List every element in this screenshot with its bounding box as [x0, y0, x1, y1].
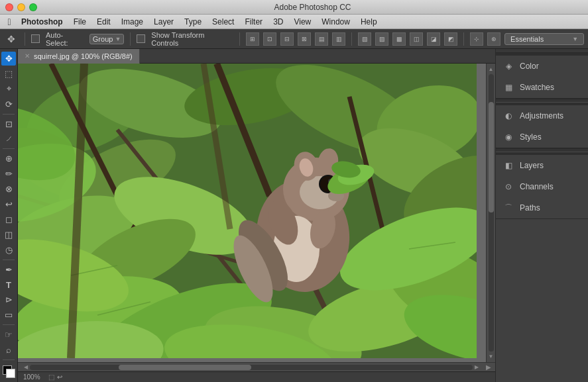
panel-item-swatches[interactable]: ▦ Swatches	[496, 77, 588, 98]
vscroll-thumb[interactable]	[489, 102, 494, 213]
align-right[interactable]: ⊟	[280, 32, 294, 46]
vertical-scrollbar[interactable]: ▲ ▼	[486, 64, 495, 362]
scroll-down-arrow[interactable]: ▼	[487, 354, 495, 359]
marquee-tool[interactable]: ⬚	[1, 67, 16, 81]
close-button[interactable]	[5, 3, 13, 11]
menu-filter[interactable]: Filter	[239, 15, 268, 29]
menu-view[interactable]: View	[288, 15, 316, 29]
gradient-tool[interactable]: ◫	[1, 228, 16, 242]
maximize-button[interactable]	[29, 3, 37, 11]
window-title: Adobe Photoshop CC	[42, 3, 583, 12]
paths-icon: ⌒	[502, 202, 514, 214]
type-tool[interactable]: T	[1, 278, 16, 292]
panel-item-adjustments[interactable]: ◐ Adjustments	[496, 105, 588, 126]
menu-3d[interactable]: 3D	[268, 15, 288, 29]
status-icons: ⬚ ↩	[48, 373, 62, 381]
menu-select[interactable]: Select	[207, 15, 239, 29]
sep1	[25, 32, 25, 46]
pen-tool[interactable]: ✒	[1, 263, 16, 277]
distribute4[interactable]: ◫	[410, 32, 423, 46]
image-container	[18, 64, 486, 362]
minimize-button[interactable]	[17, 3, 25, 11]
adjustments-label: Adjustments	[520, 111, 563, 120]
menu-type[interactable]: Type	[179, 15, 207, 29]
menu-file[interactable]: File	[68, 15, 91, 29]
distribute6[interactable]: ◩	[444, 32, 457, 46]
channels-icon: ⊙	[502, 181, 514, 193]
align-bottom[interactable]: ▥	[332, 32, 345, 46]
healing-tool[interactable]: ⊕	[1, 152, 16, 166]
distribute3[interactable]: ▩	[392, 32, 406, 46]
align-center-v[interactable]: ▤	[315, 32, 328, 46]
crop-tool[interactable]: ⊡	[1, 117, 16, 131]
move-tool[interactable]: ✥	[1, 52, 16, 66]
color-picker[interactable]	[1, 364, 16, 378]
scroll-left-arrow[interactable]: ◀	[22, 364, 30, 370]
hscroll-thumb[interactable]	[119, 365, 251, 370]
distribute2[interactable]: ▨	[375, 32, 388, 46]
status-icon2[interactable]: ↩	[57, 373, 62, 381]
panel-item-layers[interactable]: ◧ Layers	[496, 155, 588, 176]
canvas-scroll-area: ▲ ▼	[18, 64, 495, 362]
tool-sep5	[3, 359, 15, 360]
tab-title: squirrel.jpg @ 100% (RGB/8#)	[34, 52, 133, 60]
apple-menu[interactable]: 	[3, 17, 16, 27]
align-center-h[interactable]: ⊡	[263, 32, 276, 46]
menu-edit[interactable]: Edit	[91, 15, 116, 29]
auto-select-checkbox[interactable]	[31, 34, 40, 43]
scroll-right-arrow[interactable]: ▶	[473, 364, 481, 370]
transform-checkbox[interactable]	[137, 34, 145, 43]
styles-icon: ◉	[502, 131, 514, 143]
brush-tool[interactable]: ✏	[1, 167, 16, 181]
menu-help[interactable]: Help	[355, 15, 382, 29]
distribute1[interactable]: ▧	[358, 32, 371, 46]
options-bar: ✥ Auto-Select: Group ▼ Show Transform Co…	[0, 29, 588, 49]
dodge-tool[interactable]: ◷	[1, 243, 16, 257]
align-top[interactable]: ⊠	[298, 32, 311, 46]
color-icon: ◈	[502, 60, 514, 72]
menu-photoshop[interactable]: Photoshop	[16, 15, 68, 29]
quick-select-tool[interactable]: ⟳	[1, 97, 16, 111]
panel-item-color[interactable]: ◈ Color	[496, 56, 588, 77]
shape-tool[interactable]: ▭	[1, 308, 16, 322]
auto-align[interactable]: ⊹	[470, 32, 483, 46]
styles-label: Styles	[520, 132, 542, 142]
sep4	[351, 32, 352, 46]
menu-image[interactable]: Image	[116, 15, 148, 29]
tool-sep2	[3, 148, 15, 149]
lasso-tool[interactable]: ⌖	[1, 82, 16, 96]
menu-window[interactable]: Window	[316, 15, 355, 29]
distribute5[interactable]: ◪	[427, 32, 440, 46]
tool-sep4	[3, 324, 15, 325]
sep5	[463, 32, 464, 46]
group-dropdown[interactable]: Group ▼	[89, 34, 125, 44]
left-toolbar: ✥ ⬚ ⌖ ⟳ ⊡ ⟋ ⊕ ✏ ⊗ ↩ ◻ ◫ ◷ ✒ T ⊳ ▭ ☞ ⌕	[0, 49, 18, 382]
sep2	[130, 32, 131, 46]
canvas-tab[interactable]: ✕ squirrel.jpg @ 100% (RGB/8#)	[18, 49, 140, 64]
panel-item-channels[interactable]: ⊙ Channels	[496, 176, 588, 197]
tool-sep1	[3, 114, 15, 115]
scroll-nav-btn[interactable]: ▶	[486, 363, 491, 371]
menu-layer[interactable]: Layer	[148, 15, 179, 29]
status-icon1[interactable]: ⬚	[48, 373, 54, 381]
essentials-dropdown[interactable]: Essentials ▼	[504, 33, 584, 45]
zoom-tool[interactable]: ⌕	[1, 343, 16, 357]
canvas-svg	[18, 64, 477, 358]
eraser-tool[interactable]: ◻	[1, 213, 16, 226]
eyedropper-tool[interactable]: ⟋	[1, 132, 16, 146]
auto-blend[interactable]: ⊛	[487, 32, 500, 46]
color-label: Color	[520, 62, 539, 71]
hand-tool[interactable]: ☞	[1, 328, 16, 342]
clone-tool[interactable]: ⊗	[1, 182, 16, 196]
panel-item-styles[interactable]: ◉ Styles	[496, 126, 588, 148]
scroll-up-arrow[interactable]: ▲	[487, 66, 495, 72]
traffic-lights	[5, 3, 37, 11]
tab-close-btn[interactable]: ✕	[25, 52, 30, 60]
horizontal-scrollbar[interactable]: ◀ ▶ ▶	[18, 362, 495, 371]
panel-group-adjustments: ◐ Adjustments ◉ Styles	[496, 103, 588, 148]
panel-item-paths[interactable]: ⌒ Paths	[496, 197, 588, 218]
group-chevron: ▼	[115, 36, 121, 42]
align-left[interactable]: ⊞	[246, 32, 259, 46]
path-select-tool[interactable]: ⊳	[1, 293, 16, 307]
history-brush[interactable]: ↩	[1, 197, 16, 211]
